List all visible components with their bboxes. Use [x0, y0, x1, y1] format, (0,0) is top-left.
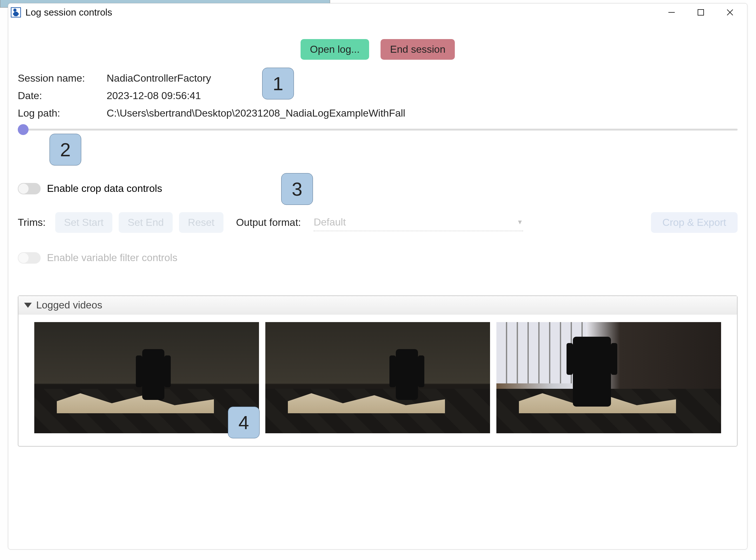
video-thumbnail-strip: 4: [18, 315, 737, 446]
enable-filter-label: Enable variable filter controls: [47, 252, 177, 264]
timeline-slider-thumb[interactable]: [18, 124, 28, 135]
annotation-callout-3: 3: [281, 173, 313, 205]
output-format-value: Default: [314, 216, 345, 228]
window-controls: [657, 3, 744, 21]
enable-crop-toggle[interactable]: [18, 183, 41, 194]
crop-export-button[interactable]: Crop & Export: [651, 212, 738, 233]
session-info: Session name: NadiaControllerFactory Dat…: [18, 73, 738, 119]
session-date-label: Date:: [18, 90, 107, 102]
top-button-row: Open log... End session: [18, 39, 738, 60]
trims-label: Trims:: [18, 217, 46, 228]
session-name-label: Session name:: [18, 73, 107, 84]
enable-filter-row: Enable variable filter controls: [18, 252, 738, 264]
logged-videos-panel: Logged videos 4: [18, 295, 738, 446]
logged-videos-header[interactable]: Logged videos: [18, 296, 737, 315]
session-path-label: Log path:: [18, 107, 107, 119]
svg-rect-1: [698, 9, 704, 15]
enable-crop-label: Enable crop data controls: [47, 183, 162, 194]
open-log-button[interactable]: Open log...: [300, 39, 370, 60]
annotation-callout-4: 4: [228, 406, 259, 438]
collapse-triangle-icon: [24, 303, 32, 308]
log-session-window: Log session controls Open log... End ses…: [8, 3, 748, 549]
video-thumbnail-3[interactable]: [497, 322, 721, 433]
output-format-dropdown[interactable]: Default ▼: [314, 214, 523, 231]
titlebar: Log session controls: [8, 3, 747, 21]
trim-controls-row: Trims: Set Start Set End Reset Output fo…: [18, 212, 738, 233]
window-title: Log session controls: [25, 7, 112, 18]
end-session-button[interactable]: End session: [380, 39, 455, 60]
logged-videos-title: Logged videos: [36, 299, 102, 311]
window-content: Open log... End session Session name: Na…: [8, 39, 747, 446]
chevron-down-icon: ▼: [517, 219, 523, 226]
annotation-callout-2: 2: [49, 134, 81, 165]
close-button[interactable]: [715, 3, 744, 21]
set-end-button[interactable]: Set End: [119, 212, 173, 233]
minimize-button[interactable]: [657, 3, 686, 21]
output-format-label: Output format:: [236, 217, 301, 228]
enable-crop-row: Enable crop data controls 3: [18, 183, 738, 194]
video-thumbnail-1[interactable]: [34, 322, 259, 433]
video-thumbnail-2[interactable]: [265, 322, 490, 433]
app-icon: [11, 7, 21, 18]
annotation-callout-1: 1: [262, 68, 294, 99]
session-path-value: C:\Users\sbertrand\Desktop\20231208_Nadi…: [107, 107, 405, 119]
maximize-button[interactable]: [686, 3, 715, 21]
reset-button[interactable]: Reset: [179, 212, 224, 233]
set-start-button[interactable]: Set Start: [55, 212, 113, 233]
session-name-value: NadiaControllerFactory: [107, 73, 211, 84]
enable-filter-toggle[interactable]: [18, 252, 41, 264]
session-date-value: 2023-12-08 09:56:41: [107, 90, 201, 102]
timeline-slider[interactable]: [18, 129, 738, 131]
